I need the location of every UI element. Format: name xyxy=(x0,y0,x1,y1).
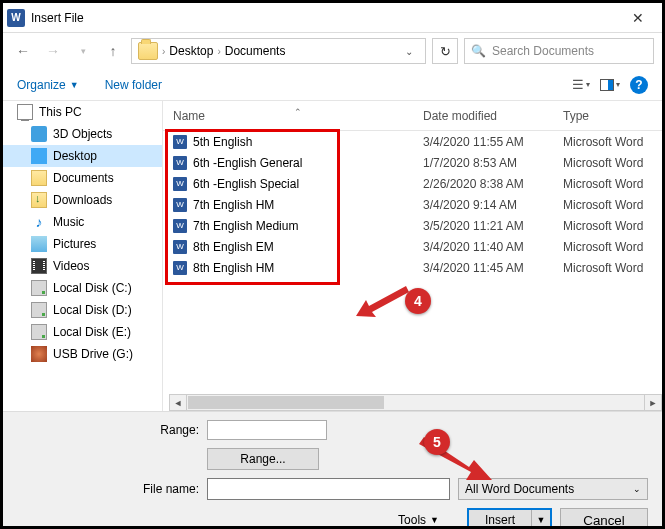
annotation-badge-5: 5 xyxy=(424,429,450,455)
col-date[interactable]: Date modified xyxy=(423,109,563,123)
col-name[interactable]: ⌃Name xyxy=(173,109,423,123)
tree-desktop[interactable]: Desktop xyxy=(3,145,162,167)
tree-this-pc[interactable]: This PC xyxy=(3,101,162,123)
file-type: Microsoft Word xyxy=(563,219,643,233)
breadcrumb[interactable]: › Desktop › Documents ⌄ xyxy=(131,38,426,64)
file-type: Microsoft Word xyxy=(563,198,643,212)
file-name: 8th English HM xyxy=(193,261,423,275)
file-list-pane: ⌃Name Date modified Type W5th English3/4… xyxy=(163,101,662,411)
recent-dropdown[interactable]: ▾ xyxy=(71,39,95,63)
word-doc-icon: W xyxy=(173,198,187,212)
file-date: 3/4/2020 11:40 AM xyxy=(423,240,563,254)
tree-music[interactable]: ♪Music xyxy=(3,211,162,233)
chevron-down-icon: ⌄ xyxy=(633,484,641,494)
file-row[interactable]: W8th English EM3/4/2020 11:40 AMMicrosof… xyxy=(163,236,662,257)
filter-label: All Word Documents xyxy=(465,482,574,496)
tree-label: Desktop xyxy=(53,149,97,163)
tree-documents[interactable]: Documents xyxy=(3,167,162,189)
file-date: 3/4/2020 9:14 AM xyxy=(423,198,563,212)
refresh-button[interactable]: ↻ xyxy=(432,38,458,64)
search-input[interactable]: 🔍 Search Documents xyxy=(464,38,654,64)
close-button[interactable]: ✕ xyxy=(618,10,658,26)
col-type[interactable]: Type xyxy=(563,109,662,123)
pictures-icon xyxy=(31,236,47,252)
file-type: Microsoft Word xyxy=(563,261,643,275)
file-row[interactable]: W7th English HM3/4/2020 9:14 AMMicrosoft… xyxy=(163,194,662,215)
range-button[interactable]: Range... xyxy=(207,448,319,470)
forward-button[interactable]: → xyxy=(41,39,65,63)
column-headers: ⌃Name Date modified Type xyxy=(163,101,662,131)
tree-3d-objects[interactable]: 3D Objects xyxy=(3,123,162,145)
file-name: 6th -English Special xyxy=(193,177,423,191)
navbar: ← → ▾ ↑ › Desktop › Documents ⌄ ↻ 🔍 Sear… xyxy=(3,33,662,69)
file-name: 6th -English General xyxy=(193,156,423,170)
file-row[interactable]: W7th English Medium3/5/2020 11:21 AMMicr… xyxy=(163,215,662,236)
chevron-down-icon: ▼ xyxy=(70,80,79,90)
scroll-left-icon[interactable]: ◄ xyxy=(170,395,187,410)
view-options-button[interactable]: ☰▾ xyxy=(572,77,590,92)
tree-pictures[interactable]: Pictures xyxy=(3,233,162,255)
file-row[interactable]: W8th English HM3/4/2020 11:45 AMMicrosof… xyxy=(163,257,662,278)
tree-pane: This PC 3D Objects Desktop Documents Dow… xyxy=(3,101,163,411)
file-date: 1/7/2020 8:53 AM xyxy=(423,156,563,170)
tree-label: Downloads xyxy=(53,193,112,207)
search-placeholder: Search Documents xyxy=(492,44,594,58)
breadcrumb-seg-desktop[interactable]: Desktop xyxy=(169,44,213,58)
file-date: 3/4/2020 11:45 AM xyxy=(423,261,563,275)
scroll-right-icon[interactable]: ► xyxy=(644,395,661,410)
file-row[interactable]: W6th -English General1/7/2020 8:53 AMMic… xyxy=(163,152,662,173)
tools-button[interactable]: Tools ▼ xyxy=(398,513,439,527)
tree-local-d[interactable]: Local Disk (D:) xyxy=(3,299,162,321)
insert-button[interactable]: Insert ▼ xyxy=(467,508,552,529)
music-icon: ♪ xyxy=(31,214,47,230)
file-type: Microsoft Word xyxy=(563,135,643,149)
tree-usb-g[interactable]: USB Drive (G:) xyxy=(3,343,162,365)
tree-label: Local Disk (E:) xyxy=(53,325,131,339)
search-icon: 🔍 xyxy=(471,44,486,58)
tree-local-c[interactable]: Local Disk (C:) xyxy=(3,277,162,299)
file-row[interactable]: W5th English3/4/2020 11:55 AMMicrosoft W… xyxy=(163,131,662,152)
breadcrumb-seg-documents[interactable]: Documents xyxy=(225,44,286,58)
insert-label: Insert xyxy=(469,510,532,529)
file-row[interactable]: W6th -English Special2/26/2020 8:38 AMMi… xyxy=(163,173,662,194)
drive-icon xyxy=(31,280,47,296)
main-area: This PC 3D Objects Desktop Documents Dow… xyxy=(3,101,662,411)
tree-videos[interactable]: Videos xyxy=(3,255,162,277)
command-bar: Organize ▼ New folder ☰▾ ▾ ? xyxy=(3,69,662,101)
word-doc-icon: W xyxy=(173,219,187,233)
file-type: Microsoft Word xyxy=(563,240,643,254)
organize-label: Organize xyxy=(17,78,66,92)
scroll-thumb[interactable] xyxy=(188,396,384,409)
file-name: 7th English HM xyxy=(193,198,423,212)
new-folder-button[interactable]: New folder xyxy=(105,78,162,92)
h-scrollbar[interactable]: ◄ ► xyxy=(169,394,662,411)
tree-downloads[interactable]: Downloads xyxy=(3,189,162,211)
file-name: 5th English xyxy=(193,135,423,149)
chevron-down-icon: ▼ xyxy=(430,515,439,525)
preview-pane-button[interactable]: ▾ xyxy=(600,79,620,91)
usb-icon xyxy=(31,346,47,362)
up-button[interactable]: ↑ xyxy=(101,39,125,63)
word-doc-icon: W xyxy=(173,240,187,254)
tree-label: Music xyxy=(53,215,84,229)
tree-label: Local Disk (C:) xyxy=(53,281,132,295)
organize-button[interactable]: Organize ▼ xyxy=(17,78,79,92)
downloads-icon xyxy=(31,192,47,208)
back-button[interactable]: ← xyxy=(11,39,35,63)
help-button[interactable]: ? xyxy=(630,76,648,94)
cancel-button[interactable]: Cancel xyxy=(560,508,648,529)
chevron-right-icon: › xyxy=(162,46,165,57)
word-doc-icon: W xyxy=(173,177,187,191)
word-doc-icon: W xyxy=(173,135,187,149)
chevron-right-icon: › xyxy=(217,46,220,57)
range-input[interactable] xyxy=(207,420,327,440)
tree-local-e[interactable]: Local Disk (E:) xyxy=(3,321,162,343)
tree-label: Local Disk (D:) xyxy=(53,303,132,317)
tools-label: Tools xyxy=(398,513,426,527)
breadcrumb-dropdown[interactable]: ⌄ xyxy=(399,46,419,57)
desktop-icon xyxy=(31,148,47,164)
3d-icon xyxy=(31,126,47,142)
bottom-panel: Range: Range... File name: All Word Docu… xyxy=(3,411,662,529)
folder-icon xyxy=(138,42,158,60)
insert-dropdown[interactable]: ▼ xyxy=(532,510,550,529)
